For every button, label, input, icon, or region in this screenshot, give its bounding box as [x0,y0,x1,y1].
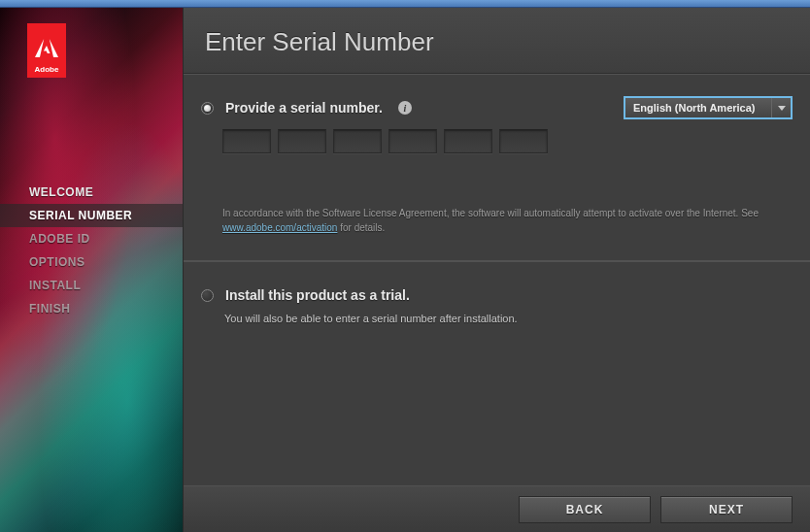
serial-section: Provide a serial number. i English (Nort… [184,74,810,260]
back-button[interactable]: BACK [519,496,651,523]
serial-input-6[interactable] [499,129,548,153]
nav-finish: FINISH [0,297,183,320]
trial-section: Install this product as a trial. You wil… [184,261,810,485]
serial-input-2[interactable] [278,129,326,153]
step-nav: WELCOME SERIAL NUMBER ADOBE ID OPTIONS I… [0,181,183,320]
radio-serial-label: Provide a serial number. [225,100,383,116]
serial-input-3[interactable] [333,129,382,153]
radio-serial[interactable] [201,102,214,115]
next-button[interactable]: NEXT [660,496,793,523]
radio-trial-label: Install this product as a trial. [225,287,410,303]
disclaimer-text: In accordance with the Software License … [222,206,789,235]
nav-install: INSTALL [0,274,183,297]
serial-input-group [222,129,789,153]
language-selected: English (North America) [633,102,756,114]
activation-link[interactable]: www.adobe.com/activation [222,222,337,233]
main-panel: Enter Serial Number Provide a serial num… [183,8,810,532]
sidebar: Adobe WELCOME SERIAL NUMBER ADOBE ID OPT… [0,8,183,532]
adobe-logo-text: Adobe [35,65,59,74]
nav-options: OPTIONS [0,250,183,274]
header: Enter Serial Number [184,8,810,74]
serial-input-1[interactable] [222,129,271,153]
radio-trial[interactable] [201,289,214,302]
disclaimer-prefix: In accordance with the Software License … [222,208,759,218]
nav-serial-number: SERIAL NUMBER [0,204,183,227]
trial-subtext: You will also be able to enter a serial … [224,313,789,324]
adobe-logo: Adobe [27,23,66,78]
language-dropdown[interactable]: English (North America) [624,96,793,119]
serial-input-5[interactable] [444,129,492,153]
serial-input-4[interactable] [388,129,437,153]
disclaimer-suffix: for details. [337,222,385,233]
info-icon[interactable]: i [398,101,412,115]
nav-welcome: WELCOME [0,181,183,204]
nav-adobe-id: ADOBE ID [0,227,183,250]
chevron-down-icon [771,98,791,117]
page-title: Enter Serial Number [205,27,789,57]
window-titlebar [0,0,810,8]
footer: BACK NEXT [184,485,810,532]
